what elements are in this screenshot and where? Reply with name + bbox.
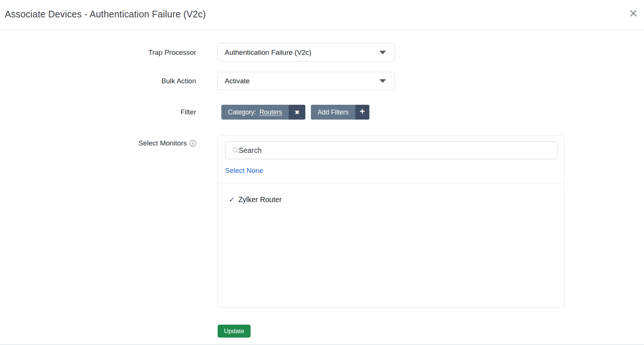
monitor-row[interactable]: ✓ Zylker Router	[229, 195, 564, 204]
add-filter-plus-button[interactable]: +	[355, 105, 369, 120]
page-title: Associate Devices - Authentication Failu…	[5, 9, 206, 20]
filter-chip-category-body: Category: Routers	[221, 105, 289, 120]
bulk-action-value: Activate	[225, 77, 250, 85]
plus-icon: +	[360, 107, 365, 117]
update-button[interactable]: Update	[218, 325, 251, 338]
bulk-action-select[interactable]: Activate	[217, 72, 395, 90]
close-x-icon: ✖	[295, 109, 299, 116]
add-filters-chip: Add Filters +	[311, 105, 369, 120]
close-icon[interactable]: ✕	[629, 8, 638, 19]
remove-filter-button[interactable]: ✖	[289, 105, 305, 120]
monitor-label: Zylker Router	[238, 195, 282, 204]
filter-chip-value-link[interactable]: Routers	[259, 108, 282, 116]
add-filters-label: Add Filters	[318, 108, 349, 116]
trap-processor-value: Authentication Failure (V2c)	[225, 48, 311, 57]
monitors-panel: Select None ✓ Zylker Router	[217, 135, 564, 308]
search-input[interactable]	[225, 141, 557, 159]
trap-processor-select[interactable]: Authentication Failure (V2c)	[217, 43, 395, 61]
search-field-wrapper	[225, 141, 557, 159]
monitor-list: ✓ Zylker Router	[218, 184, 564, 204]
chevron-down-icon	[379, 51, 386, 54]
filter-chip-prefix: Category:	[228, 108, 256, 116]
trap-processor-label: Trap Processor	[0, 43, 196, 61]
filter-chip-category: Category: Routers ✖	[221, 105, 305, 120]
chevron-down-icon	[379, 79, 386, 83]
associate-devices-modal: Associate Devices - Authentication Failu…	[0, 0, 644, 345]
select-monitors-label: Select Monitors	[138, 139, 187, 147]
filter-chips: Category: Routers ✖ Add Filters +	[221, 105, 369, 120]
select-monitors-label-row: Select Monitors i	[0, 135, 196, 151]
select-none-link[interactable]: Select None	[225, 167, 264, 175]
add-filters-button[interactable]: Add Filters	[311, 105, 355, 120]
filter-label: Filter	[0, 105, 196, 120]
check-icon: ✓	[229, 195, 235, 204]
bulk-action-label: Bulk Action	[0, 72, 196, 90]
modal-header: Associate Devices - Authentication Failu…	[0, 0, 644, 30]
info-icon[interactable]: i	[189, 140, 196, 147]
